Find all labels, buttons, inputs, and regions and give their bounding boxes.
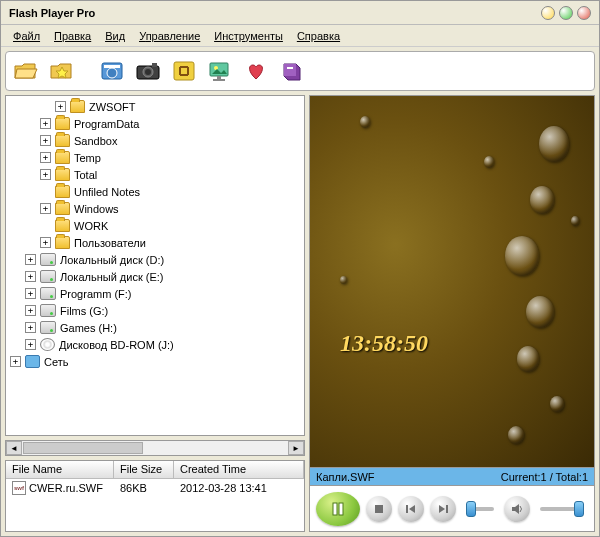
tree-item[interactable]: +Temp xyxy=(10,149,302,166)
left-panel: +ZWSOFT+ProgramData+Sandbox+Temp+TotalUn… xyxy=(5,95,305,532)
pause-icon xyxy=(331,502,345,516)
tree-item[interactable]: +Windows xyxy=(10,200,302,217)
tree-item[interactable]: +Sandbox xyxy=(10,132,302,149)
close-button[interactable] xyxy=(577,6,591,20)
current-file-name: Капли.SWF xyxy=(316,471,501,483)
tree-item[interactable]: +ZWSOFT xyxy=(10,98,302,115)
tree-label: Programm (F:) xyxy=(60,288,132,300)
scroll-thumb[interactable] xyxy=(23,442,143,454)
file-row[interactable]: swf CWER.ru.SWF 86KB 2012-03-28 13:41 xyxy=(6,479,304,497)
menu-tools[interactable]: Инструменты xyxy=(208,28,289,44)
tree-item[interactable]: +Total xyxy=(10,166,302,183)
col-filesize[interactable]: File Size xyxy=(114,461,174,478)
tree-expand-toggle[interactable]: + xyxy=(25,322,36,333)
tree-expand-toggle[interactable]: + xyxy=(55,101,66,112)
seek-thumb[interactable] xyxy=(466,501,476,517)
book-icon[interactable] xyxy=(278,57,306,85)
menu-file[interactable]: Файл xyxy=(7,28,46,44)
tree-expand-toggle[interactable]: + xyxy=(40,152,51,163)
tree-label: Сеть xyxy=(44,356,68,368)
volume-button[interactable] xyxy=(504,496,530,522)
tree-label: Windows xyxy=(74,203,119,215)
clock-display: 13:58:50 xyxy=(340,330,428,357)
tree-item[interactable]: +ProgramData xyxy=(10,115,302,132)
menu-help[interactable]: Справка xyxy=(291,28,346,44)
play-pause-button[interactable] xyxy=(316,492,360,526)
tree-expand-toggle[interactable]: + xyxy=(10,356,21,367)
app-window: Flash Player Pro Файл Правка Вид Управле… xyxy=(0,0,600,537)
menu-view[interactable]: Вид xyxy=(99,28,131,44)
scroll-left-button[interactable]: ◄ xyxy=(6,441,22,455)
tree-label: WORK xyxy=(74,220,108,232)
fullscreen-icon[interactable] xyxy=(170,57,198,85)
window-controls xyxy=(541,6,591,20)
tree-item[interactable]: Unfiled Notes xyxy=(10,183,302,200)
folder-tree[interactable]: +ZWSOFT+ProgramData+Sandbox+Temp+TotalUn… xyxy=(5,95,305,436)
tree-expand-toggle[interactable]: + xyxy=(25,305,36,316)
minimize-button[interactable] xyxy=(541,6,555,20)
heart-icon[interactable] xyxy=(242,57,270,85)
tree-expand-toggle[interactable]: + xyxy=(40,203,51,214)
svg-rect-6 xyxy=(152,63,157,67)
browser-icon[interactable] xyxy=(98,57,126,85)
tree-label: Unfiled Notes xyxy=(74,186,140,198)
volume-thumb[interactable] xyxy=(574,501,584,517)
drive-icon xyxy=(40,287,56,300)
tree-item[interactable]: +Сеть xyxy=(10,353,302,370)
tree-expand-toggle[interactable]: + xyxy=(40,169,51,180)
tree-label: Sandbox xyxy=(74,135,117,147)
tree-hscrollbar[interactable]: ◄ ► xyxy=(5,440,305,456)
open-folder-icon[interactable] xyxy=(12,57,40,85)
tree-expand-toggle[interactable]: + xyxy=(40,237,51,248)
svg-rect-9 xyxy=(217,76,221,79)
tree-item[interactable]: +Дисковод BD-ROM (J:) xyxy=(10,336,302,353)
col-filename[interactable]: File Name xyxy=(6,461,114,478)
col-created[interactable]: Created Time xyxy=(174,461,304,478)
tree-item[interactable]: +Локальный диск (D:) xyxy=(10,251,302,268)
tree-item[interactable]: +Films (G:) xyxy=(10,302,302,319)
file-list: File Name File Size Created Time swf CWE… xyxy=(5,460,305,532)
seek-slider[interactable] xyxy=(466,507,494,511)
tree-expand-toggle[interactable]: + xyxy=(25,339,36,350)
tree-expand-toggle[interactable]: + xyxy=(40,135,51,146)
swf-file-icon: swf xyxy=(12,481,26,495)
wallpaper-icon[interactable] xyxy=(206,57,234,85)
stop-button[interactable] xyxy=(366,496,392,522)
camera-icon[interactable] xyxy=(134,57,162,85)
tree-expand-toggle[interactable]: + xyxy=(25,288,36,299)
tree-item[interactable]: +Пользователи xyxy=(10,234,302,251)
tree-expand-toggle[interactable]: + xyxy=(25,254,36,265)
tree-expand-toggle[interactable]: + xyxy=(25,271,36,282)
next-button[interactable] xyxy=(430,496,456,522)
tree-expand-toggle[interactable]: + xyxy=(40,118,51,129)
titlebar: Flash Player Pro xyxy=(1,1,599,25)
tree-item[interactable]: +Games (H:) xyxy=(10,319,302,336)
svg-point-5 xyxy=(145,69,151,75)
file-list-header: File Name File Size Created Time xyxy=(6,461,304,479)
scroll-right-button[interactable]: ► xyxy=(288,441,304,455)
preview-status: Капли.SWF Current:1 / Total:1 xyxy=(309,468,595,486)
preview-area[interactable]: 13:58:50 xyxy=(309,95,595,468)
menu-control[interactable]: Управление xyxy=(133,28,206,44)
file-size: 86KB xyxy=(114,482,174,494)
drive-icon xyxy=(40,304,56,317)
tree-item[interactable]: +Локальный диск (E:) xyxy=(10,268,302,285)
folder-icon xyxy=(55,219,70,232)
tree-label: Temp xyxy=(74,152,101,164)
favorites-folder-icon[interactable] xyxy=(48,57,76,85)
tree-item[interactable]: +Programm (F:) xyxy=(10,285,302,302)
main-area: +ZWSOFT+ProgramData+Sandbox+Temp+TotalUn… xyxy=(1,95,599,536)
drive-icon xyxy=(40,270,56,283)
folder-icon xyxy=(55,168,70,181)
folder-icon xyxy=(55,202,70,215)
menu-edit[interactable]: Правка xyxy=(48,28,97,44)
drive-icon xyxy=(40,321,56,334)
svg-rect-10 xyxy=(213,79,225,81)
tree-label: ProgramData xyxy=(74,118,139,130)
prev-button[interactable] xyxy=(398,496,424,522)
tree-item[interactable]: WORK xyxy=(10,217,302,234)
maximize-button[interactable] xyxy=(559,6,573,20)
volume-slider[interactable] xyxy=(540,507,584,511)
window-title: Flash Player Pro xyxy=(9,7,541,19)
svg-rect-7 xyxy=(174,62,194,80)
